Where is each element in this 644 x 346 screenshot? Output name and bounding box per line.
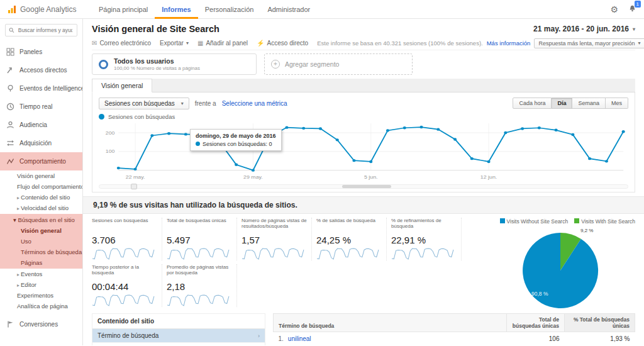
nav-tab-home[interactable]: Página principal bbox=[92, 0, 155, 19]
sidebar-item-label: Audiencia bbox=[19, 121, 47, 128]
shortcut-icon bbox=[6, 66, 14, 74]
svg-text:9,2 %: 9,2 % bbox=[580, 228, 593, 233]
sidebar-item-label: Tiempo real bbox=[19, 103, 52, 110]
segment-bar: Todos los usuarios 100,00 % Número de vi… bbox=[92, 50, 635, 79]
analytics-logo-icon bbox=[8, 5, 16, 14]
shortcut-button[interactable]: ⚡Acceso directo bbox=[257, 40, 308, 47]
chevron-down-icon: ▾ bbox=[13, 216, 16, 223]
subitem-velocidad-sitio[interactable]: ▸Velocidad del sitio bbox=[0, 203, 82, 213]
subitem-site-search-paginas[interactable]: Páginas bbox=[0, 257, 82, 268]
search-term-link[interactable]: unilineal bbox=[288, 335, 311, 342]
subitem-site-search-terminos[interactable]: Términos de búsqueda bbox=[0, 247, 82, 257]
date-range-selector[interactable]: 21 may. 2016 - 20 jun. 2016 ▾ bbox=[533, 25, 635, 33]
nav-tab-customization[interactable]: Personalización bbox=[198, 0, 261, 19]
report-tabstrip: Visión general bbox=[92, 79, 635, 92]
nav-tab-admin[interactable]: Administrador bbox=[260, 0, 317, 19]
metrics-overview: Sesiones con búsquedas 3.706 Total de bú… bbox=[92, 214, 635, 311]
app-logo[interactable]: Google Analytics bbox=[8, 5, 83, 14]
granularity-month-button[interactable]: Mes bbox=[606, 98, 628, 109]
more-info-link[interactable]: Más información bbox=[487, 40, 531, 47]
export-button[interactable]: Exportar▾ bbox=[160, 40, 189, 47]
sidebar-item-audiencia[interactable]: Audiencia bbox=[0, 116, 82, 134]
metric-card-search-refinements[interactable]: % de refinamientos de búsqueda 22,91 % bbox=[391, 218, 462, 260]
metric-card-search-exits[interactable]: % de salidas de búsqueda 24,25 % bbox=[316, 218, 387, 260]
metric-card-unique-searches[interactable]: Total de búsquedas únicas 5.497 bbox=[167, 218, 237, 260]
metric-card-time-after-search[interactable]: Tiempo posterior a la búsqueda 00:04:44 bbox=[92, 264, 162, 307]
column-header-pct[interactable]: % Total de búsquedas únicas bbox=[565, 314, 635, 332]
tab-vision-general[interactable]: Visión general bbox=[92, 79, 152, 92]
svg-text:22 may.: 22 may. bbox=[126, 175, 145, 180]
subitem-busquedas-sitio[interactable]: ▾ Búsquedas en el sitio bbox=[0, 215, 82, 225]
subitem-eventos[interactable]: ▸Eventos bbox=[0, 269, 82, 279]
sidebar-item-eventos-intelligence[interactable]: Eventos de Intelligence bbox=[0, 79, 82, 98]
chart-range-scrollbar[interactable] bbox=[99, 184, 628, 189]
audience-person-icon bbox=[6, 121, 14, 129]
behavior-submenu: Visión general Flujo del comportamiento … bbox=[0, 170, 82, 311]
subitem-analitica-pagina[interactable]: Analítica de página bbox=[0, 301, 82, 311]
subitem-flujo-comportamiento[interactable]: Flujo del comportamiento bbox=[0, 181, 82, 192]
notifications-bell[interactable]: 1 bbox=[628, 4, 636, 15]
subitem-contenido-sitio[interactable]: ▸Contenido del sitio bbox=[0, 192, 82, 203]
granularity-day-button[interactable]: Día bbox=[552, 98, 572, 109]
column-header-term[interactable]: Término de búsqueda bbox=[274, 314, 507, 332]
notification-badge: 1 bbox=[635, 1, 641, 8]
chevron-down-icon: ▾ bbox=[633, 26, 635, 32]
segment-all-users[interactable]: Todos los usuarios 100,00 % Número de vi… bbox=[92, 53, 257, 75]
select-metric-link[interactable]: Seleccione una métrica bbox=[222, 100, 287, 107]
chart-legend: Sesiones con búsquedas bbox=[99, 110, 628, 120]
dimension-search-term[interactable]: Término de búsqueda › bbox=[92, 329, 265, 343]
subitem-site-search-vision-general[interactable]: Visión general bbox=[0, 225, 82, 236]
range-drag-handle[interactable] bbox=[131, 184, 137, 189]
grid-icon: ▦ bbox=[197, 40, 203, 47]
search-input[interactable] bbox=[17, 26, 74, 34]
dashboard-icon bbox=[6, 48, 14, 56]
chevron-down-icon: ▾ bbox=[186, 40, 189, 46]
gear-icon[interactable]: ⚙ bbox=[610, 5, 618, 14]
chart-tooltip: domingo, 29 de mayo de 2016 Sesiones con… bbox=[190, 129, 282, 151]
sessions-line-chart[interactable]: 22 may.29 may.5 jun.12 jun.100200 bbox=[99, 120, 628, 183]
metric-card-avg-search-depth[interactable]: Promedio de páginas vistas por búsqueda … bbox=[167, 264, 237, 307]
chart-controls: Sesiones con búsquedas ▾ frente a Selecc… bbox=[99, 96, 628, 110]
segment-circle-icon bbox=[99, 60, 108, 69]
dimension-search-category[interactable]: Categoría de búsqueda del sitio bbox=[92, 343, 265, 345]
sidebar-search[interactable] bbox=[5, 24, 77, 36]
search-icon bbox=[9, 27, 14, 33]
sidebar-item-comportamiento[interactable]: Comportamiento bbox=[0, 152, 82, 170]
chevron-right-icon: ▸ bbox=[17, 206, 19, 211]
sidebar-item-conversiones[interactable]: Conversiones bbox=[0, 315, 82, 333]
search-usage-pie-chart[interactable]: 9,2 %90,8 % bbox=[510, 226, 611, 310]
svg-text:100: 100 bbox=[106, 149, 115, 154]
legend-swatch-without-search bbox=[500, 218, 505, 223]
subitem-editor[interactable]: ▸Editor bbox=[0, 279, 82, 290]
subitem-experimentos[interactable]: Experimentos bbox=[0, 290, 82, 301]
envelope-icon: ✉ bbox=[92, 40, 97, 47]
add-to-dashboard-button[interactable]: ▦Añadir al panel bbox=[197, 40, 248, 47]
realtime-clock-icon bbox=[6, 103, 14, 111]
granularity-hourly-button[interactable]: Cada hora bbox=[513, 98, 552, 109]
email-button[interactable]: ✉Correo electrónico bbox=[92, 40, 151, 47]
sidebar-item-paneles[interactable]: Paneles bbox=[0, 43, 82, 61]
sampling-info: Este informe se basa en 40.321 sesiones … bbox=[317, 38, 644, 48]
granularity-buttons: Cada hora Día Semana Mes bbox=[513, 98, 628, 109]
svg-text:200: 200 bbox=[106, 130, 115, 135]
conversions-flag-icon bbox=[6, 320, 14, 328]
sparkline-chart bbox=[391, 247, 454, 260]
sparkline-chart bbox=[167, 247, 230, 260]
subitem-vision-general[interactable]: Visión general bbox=[0, 170, 82, 181]
add-segment-button[interactable]: + Agregar segmento bbox=[264, 53, 413, 75]
precision-selector[interactable]: Respuesta más lenta, mayor precisión ▾ bbox=[534, 38, 644, 48]
metric-card-sessions[interactable]: Sesiones con búsquedas 3.706 bbox=[92, 218, 162, 260]
subitem-site-search-uso[interactable]: Uso bbox=[0, 236, 82, 247]
column-header-total[interactable]: Total de búsquedas únicas bbox=[507, 314, 565, 332]
table-row: 1.unilineal 106 1,93 % bbox=[274, 332, 635, 346]
nav-tab-reporting[interactable]: Informes bbox=[155, 0, 197, 19]
granularity-week-button[interactable]: Semana bbox=[572, 98, 606, 109]
segment-title: Todos los usuarios bbox=[114, 57, 200, 65]
search-terms-table: Término de búsqueda Total de búsquedas ú… bbox=[273, 313, 635, 345]
metric-card-results-pageviews[interactable]: Número de páginas vistas de resultados/b… bbox=[242, 218, 312, 260]
scrollbar-thumb[interactable] bbox=[342, 185, 391, 188]
sidebar-item-tiempo-real[interactable]: Tiempo real bbox=[0, 98, 82, 116]
sidebar-item-adquisicion[interactable]: Adquisición bbox=[0, 134, 82, 152]
sidebar-item-accesos-directos[interactable]: Accesos directos bbox=[0, 61, 82, 79]
metric-selector[interactable]: Sesiones con búsquedas ▾ bbox=[99, 98, 189, 109]
